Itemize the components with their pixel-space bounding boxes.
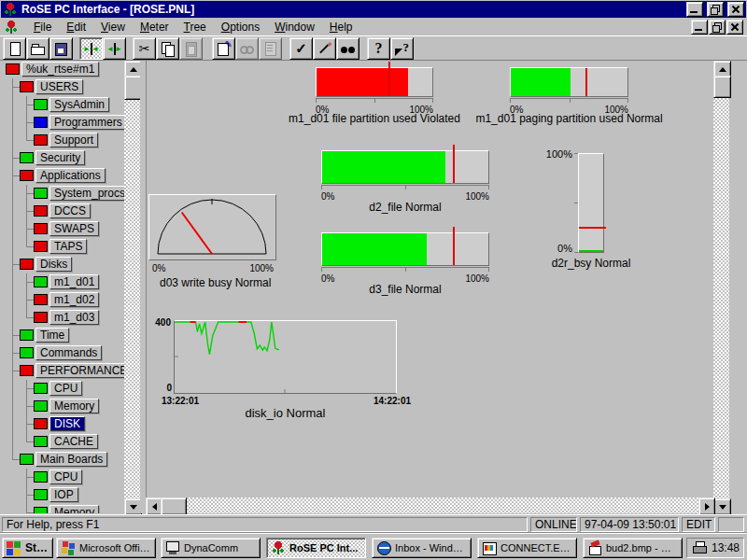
tree-item-label[interactable]: Applications: [35, 168, 106, 183]
tree-item-label[interactable]: Memory: [49, 399, 99, 413]
system-tray[interactable]: 13:48: [686, 538, 744, 558]
tree-item-swaps[interactable]: SWAPS: [2, 220, 124, 238]
tree-item-cpu[interactable]: CPU: [2, 469, 124, 486]
tree-item-disks[interactable]: Disks: [2, 256, 124, 273]
mdi-restore-button[interactable]: [709, 20, 726, 35]
tree-item-label[interactable]: m1_d01: [49, 274, 99, 289]
tree-item-label[interactable]: Support: [49, 133, 98, 147]
tree-item-label[interactable]: System_procs: [49, 186, 124, 201]
tree-item-commands[interactable]: Commands: [2, 344, 124, 362]
taskbar-button-bud2-bmp-paint[interactable]: bud2.bmp - Paint: [583, 538, 683, 558]
main-scroll-thumb[interactable]: [713, 76, 731, 98]
tree-item-security[interactable]: Security: [2, 149, 124, 167]
tree-item-label[interactable]: %uk_rtse#m1: [21, 62, 99, 77]
meter-d3-file[interactable]: 0%100% d3_file Normal: [321, 232, 489, 284]
tree-item-label[interactable]: DISK: [49, 416, 85, 431]
taskbar-button-dynacomm[interactable]: DynaComm: [161, 538, 261, 558]
tree-item-support[interactable]: Support: [2, 132, 124, 149]
taskbar-button-microsoft-office[interactable]: Microsoft Office...: [56, 538, 156, 558]
main-hscroll-thumb[interactable]: [161, 497, 187, 515]
tree-item-label[interactable]: Commands: [35, 345, 102, 360]
tree-item-m1-d02[interactable]: m1_d02: [2, 291, 124, 309]
meter-d2-file[interactable]: 0%100% d2_file Normal: [321, 150, 489, 202]
tree-item-disk[interactable]: DISK: [2, 415, 124, 433]
tree-item-applications[interactable]: Applications: [2, 167, 124, 185]
menu-tree[interactable]: Tree: [176, 19, 214, 35]
menu-options[interactable]: Options: [214, 19, 267, 35]
tree-item-label[interactable]: PERFORMANCE: [35, 363, 124, 378]
brush-button[interactable]: [313, 37, 336, 60]
tree-item-label[interactable]: m1_d02: [49, 292, 99, 307]
tree-item-label[interactable]: IOP: [49, 487, 78, 502]
tree-item-label[interactable]: CPU: [49, 469, 82, 484]
collapse-tree-button[interactable]: [79, 37, 103, 60]
menu-window[interactable]: Window: [267, 19, 322, 35]
find-button[interactable]: [336, 37, 359, 60]
context-help-button[interactable]: [390, 37, 414, 60]
taskbar-button-inbox-window[interactable]: Inbox - Window...: [372, 538, 472, 558]
printer-icon[interactable]: [692, 540, 707, 555]
tree-item-m1-d03[interactable]: m1_d03: [2, 309, 124, 327]
tree-scrollbar[interactable]: [124, 61, 140, 513]
tree-item-label[interactable]: Time: [35, 328, 69, 343]
tree-item-label[interactable]: DCCS: [49, 203, 91, 218]
tree-item-iop[interactable]: IOP: [2, 486, 124, 504]
minimize-button[interactable]: [686, 2, 703, 17]
taskbar-button-rose-pc-int[interactable]: RoSE PC Int...: [266, 538, 366, 558]
meter-d03-write-busy[interactable]: 0% 100% d03 write busy Normal: [148, 194, 279, 297]
open-button[interactable]: [26, 37, 49, 60]
restore-button[interactable]: [707, 2, 724, 17]
tree-item-label[interactable]: Security: [35, 150, 85, 165]
start-button[interactable]: Start: [2, 538, 53, 558]
taskbar-button-connect-exe[interactable]: CONNECT.EXE: [477, 538, 577, 558]
tree-item-main-boards[interactable]: Main Boards: [2, 451, 124, 469]
tree-item-cpu[interactable]: CPU: [2, 380, 124, 398]
tree-item-label[interactable]: USERS: [35, 79, 83, 94]
properties-button[interactable]: [212, 37, 235, 60]
mdi-minimize-button[interactable]: [691, 20, 708, 35]
expand-tree-button[interactable]: [103, 37, 126, 60]
close-button[interactable]: [727, 2, 744, 17]
tree-item-m1-d01[interactable]: m1_d01: [2, 273, 124, 291]
meter-d2r-bsy[interactable]: 100% 0% d2r_bsy Normal: [539, 149, 641, 271]
tree-item-memory[interactable]: Memory: [2, 398, 124, 415]
menu-help[interactable]: Help: [322, 19, 360, 35]
tree-item-dccs[interactable]: DCCS: [2, 203, 124, 220]
tree-item-label[interactable]: Programmers: [49, 115, 124, 130]
tree-item-performance[interactable]: PERFORMANCE: [2, 362, 124, 380]
tree-item-programmers[interactable]: Programmers: [2, 114, 124, 132]
meter-paging-partition[interactable]: 0%100% m1_d01 paging partition used Norm…: [510, 67, 628, 115]
tree-item-cache[interactable]: CACHE: [2, 433, 124, 451]
tree-item-label[interactable]: CACHE: [49, 434, 98, 449]
tree-item-label[interactable]: Main Boards: [35, 452, 107, 467]
main-horizontal-scrollbar[interactable]: [146, 497, 713, 513]
tree-item-label[interactable]: TAPS: [49, 239, 87, 254]
tree-item-label[interactable]: Memory: [49, 505, 99, 513]
tree-item-label[interactable]: SysAdmin: [49, 97, 109, 112]
tree-item-uk-rtse-m1[interactable]: %uk_rtse#m1: [2, 61, 124, 78]
tree-item-memory[interactable]: Memory: [2, 504, 124, 513]
meter-file-partition[interactable]: 0%100% m1_d01 file partition used Violat…: [316, 67, 433, 115]
copy-button[interactable]: [156, 37, 179, 60]
tree-item-taps[interactable]: TAPS: [2, 238, 124, 256]
help-button[interactable]: [367, 37, 390, 60]
tree-item-sysadmin[interactable]: SysAdmin: [2, 96, 124, 114]
main-scroll-right-button[interactable]: [698, 497, 715, 515]
new-button[interactable]: [3, 37, 26, 60]
tree-item-label[interactable]: m1_d03: [49, 310, 99, 325]
menu-meter[interactable]: Meter: [133, 19, 176, 35]
tree-item-label[interactable]: Disks: [35, 257, 72, 272]
tree-item-system-procs[interactable]: System_procs: [2, 185, 124, 203]
meter-disk-io-chart[interactable]: 400 0 13:22:01 14:22:01 disk_io Normal: [174, 320, 397, 394]
main-scroll-down-button[interactable]: [713, 498, 731, 515]
check-button[interactable]: [289, 37, 313, 60]
mdi-close-button[interactable]: [726, 20, 743, 35]
tree-item-time[interactable]: Time: [2, 327, 124, 344]
mdi-child-icon[interactable]: [4, 20, 19, 35]
main-vertical-scrollbar[interactable]: [713, 61, 729, 513]
cut-button[interactable]: [133, 37, 156, 60]
menu-edit[interactable]: Edit: [59, 19, 93, 35]
menu-view[interactable]: View: [93, 19, 133, 35]
tree-item-label[interactable]: CPU: [49, 381, 82, 396]
tree-item-users[interactable]: USERS: [2, 78, 124, 96]
